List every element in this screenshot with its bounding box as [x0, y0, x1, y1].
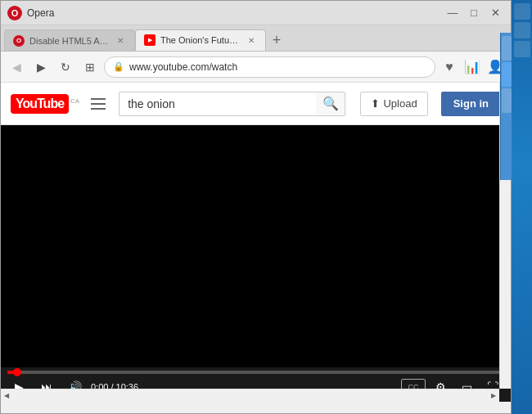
back-button[interactable]: ◀ — [6, 56, 27, 78]
sidebar-btn-3[interactable] — [502, 88, 512, 113]
tab-close-1[interactable]: ✕ — [115, 35, 126, 47]
browser-window: O Opera — □ ✕ O Disable HTML5 Autoplay..… — [0, 0, 512, 414]
video-player: ▶ ⏭ 🔊 0:00 / 10:36 CC ⚙ ▭ ⛶ — [1, 125, 511, 402]
search-wrap: 🔍 — [119, 92, 345, 116]
search-input[interactable] — [119, 92, 316, 116]
search-button[interactable]: 🔍 — [316, 92, 345, 116]
hamburger-line-1 — [91, 98, 106, 100]
maximize-button[interactable]: □ — [465, 4, 483, 22]
hamburger-line-3 — [91, 108, 106, 110]
hamburger-line-2 — [91, 103, 106, 105]
video-screen[interactable] — [1, 125, 511, 367]
search-icon: 🔍 — [322, 96, 339, 111]
upload-label: Upload — [383, 97, 417, 110]
tab-favicon-opera: O — [13, 35, 25, 47]
hscroll-left[interactable]: ◀ — [1, 389, 12, 403]
minimize-button[interactable]: — — [444, 4, 462, 22]
window-controls: — □ ✕ — [444, 4, 504, 22]
desktop: O Opera — □ ✕ O Disable HTML5 Autoplay..… — [0, 0, 532, 414]
tab-close-2[interactable]: ✕ — [246, 34, 257, 46]
tab-disable-autoplay[interactable]: O Disable HTML5 Autoplay... ✕ — [4, 29, 135, 51]
address-bar[interactable]: 🔒 www.youtube.com/watch — [104, 56, 435, 78]
address-text: www.youtube.com/watch — [129, 61, 426, 73]
lock-icon: 🔒 — [113, 61, 124, 72]
tab-label-1: Disable HTML5 Autoplay... — [29, 36, 110, 46]
youtube-logo-text: YouTube — [16, 97, 64, 110]
windows-taskbar — [512, 0, 532, 414]
close-button[interactable]: ✕ — [486, 4, 504, 22]
progress-fill — [7, 371, 17, 374]
taskbar-icon-3[interactable] — [514, 41, 530, 57]
nav-right-icons: ♥ 📊 👤 — [439, 56, 506, 78]
upload-button[interactable]: ⬆ Upload — [360, 92, 427, 116]
horizontal-scrollbar[interactable]: ◀ ▶ — [1, 389, 499, 402]
youtube-logo-box: YouTube — [11, 94, 69, 114]
progress-bar[interactable] — [7, 371, 504, 374]
upload-icon: ⬆ — [371, 97, 380, 110]
hamburger-menu[interactable] — [91, 94, 110, 114]
reload-button[interactable]: ↻ — [55, 56, 76, 78]
bookmarks-icon[interactable]: ♥ — [439, 56, 460, 78]
tab-favicon-youtube: ▶ — [144, 34, 156, 46]
tab-onion-news[interactable]: ▶ The Onion's Future News... ✕ — [135, 29, 266, 51]
browser-title: Opera — [27, 7, 444, 19]
signin-label: Sign in — [453, 97, 489, 110]
title-bar: O Opera — □ ✕ — [1, 1, 511, 25]
nav-bar: ◀ ▶ ↻ ⊞ 🔒 www.youtube.com/watch ♥ 📊 👤 — [1, 52, 511, 83]
opera-sidebar — [500, 33, 512, 180]
forward-button[interactable]: ▶ — [30, 56, 52, 78]
sidebar-btn-2[interactable] — [502, 62, 512, 87]
tab-bar: O Disable HTML5 Autoplay... ✕ ▶ The Onio… — [1, 25, 511, 52]
speed-dial-button[interactable]: ⊞ — [79, 56, 101, 78]
youtube-logo: YouTube CA — [11, 94, 79, 114]
taskbar-icon-2[interactable] — [514, 22, 530, 38]
extensions-icon[interactable]: 📊 — [462, 56, 483, 78]
youtube-header: YouTube CA 🔍 ⬆ Upload — [1, 83, 511, 125]
content-area: YouTube CA 🔍 ⬆ Upload — [1, 83, 511, 402]
tab-label-2: The Onion's Future News... — [160, 35, 241, 45]
taskbar-icon-1[interactable] — [514, 3, 530, 20]
opera-logo: O — [7, 6, 22, 20]
hscroll-track[interactable] — [12, 389, 488, 403]
hscroll-right[interactable]: ▶ — [488, 389, 499, 403]
sidebar-btn-1[interactable] — [502, 36, 512, 61]
signin-button[interactable]: Sign in — [441, 92, 501, 116]
new-tab-button[interactable]: + — [266, 29, 287, 51]
youtube-region: CA — [70, 97, 79, 105]
